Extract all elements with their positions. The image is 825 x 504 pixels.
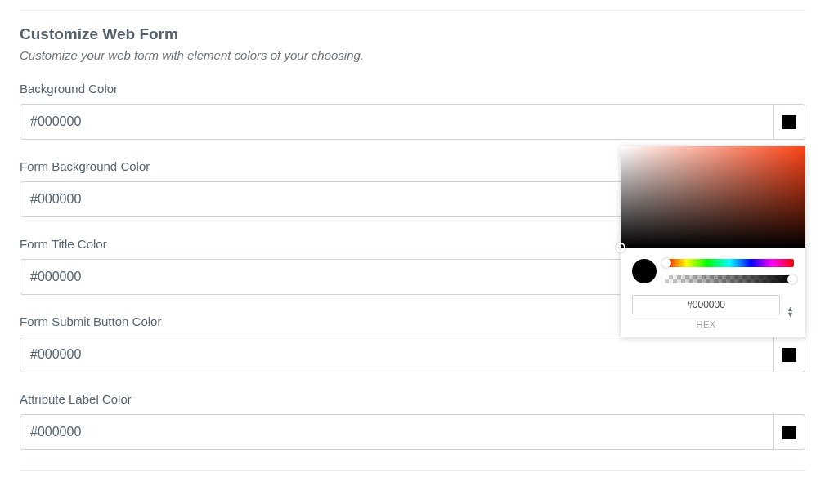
field-attribute-label-color: Attribute Label Color <box>20 392 805 450</box>
saturation-panel[interactable] <box>621 146 805 248</box>
color-input-row <box>20 337 805 372</box>
alpha-slider[interactable] <box>665 275 794 283</box>
field-label: Background Color <box>20 82 805 96</box>
hex-input[interactable] <box>632 295 780 314</box>
color-text-input[interactable] <box>20 414 774 450</box>
color-preview-circle <box>632 259 657 283</box>
color-mode-toggle[interactable]: ▲ ▼ <box>787 306 794 318</box>
field-label: Attribute Label Color <box>20 392 805 406</box>
hue-slider[interactable] <box>665 259 794 267</box>
saturation-cursor[interactable] <box>616 243 625 252</box>
color-input-row <box>20 414 805 450</box>
color-swatch <box>782 426 796 439</box>
color-picker-popup: HEX ▲ ▼ <box>621 146 805 337</box>
color-swatch-button[interactable] <box>774 104 805 140</box>
customize-form-panel: Customize Web Form Customize your web fo… <box>20 10 805 471</box>
divider <box>20 470 805 471</box>
picker-controls: HEX ▲ ▼ <box>621 248 805 337</box>
chevron-down-icon: ▼ <box>787 312 794 318</box>
color-swatch <box>782 115 796 129</box>
color-text-input[interactable] <box>20 104 774 140</box>
color-swatch-button[interactable] <box>774 414 805 450</box>
color-swatch <box>782 348 796 362</box>
color-text-input[interactable] <box>20 337 774 372</box>
hue-thumb[interactable] <box>661 258 671 268</box>
color-swatch-button[interactable] <box>774 337 805 372</box>
field-background-color: Background Color <box>20 82 805 140</box>
section-title: Customize Web Form <box>20 25 805 43</box>
hex-label: HEX <box>632 319 780 329</box>
alpha-thumb[interactable] <box>787 274 797 284</box>
color-input-row <box>20 104 805 140</box>
section-description: Customize your web form with element col… <box>20 48 805 62</box>
